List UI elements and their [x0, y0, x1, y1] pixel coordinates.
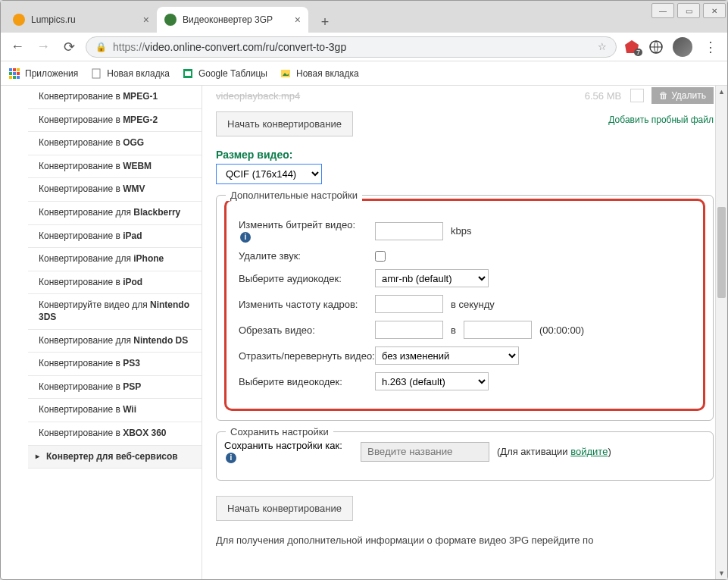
save-name-input[interactable]	[361, 442, 489, 462]
sidebar-item[interactable]: Конвертирование в Wii	[28, 399, 202, 422]
star-bookmark-icon[interactable]: ☆	[598, 41, 607, 52]
file-row: videoplayback.mp4 6.56 MB 🗑Удалить	[216, 86, 714, 107]
trim-label: Обрезать видео:	[239, 324, 375, 336]
trim-start-input[interactable]	[375, 321, 443, 339]
browser-tab-converter[interactable]: Видеоконвертер 3GP ×	[157, 7, 308, 33]
sidebar-item[interactable]: Конвертирование в WMV	[28, 178, 202, 202]
favicon-icon	[13, 14, 25, 26]
svg-rect-6	[13, 72, 16, 75]
bookmarks-bar: Приложения Новая вкладка Google Таблицы …	[1, 61, 727, 86]
advanced-settings-fieldset: Дополнительные настройки Изменить битрей…	[216, 195, 714, 421]
file-type-icon	[630, 89, 644, 102]
new-tab-button[interactable]: +	[314, 11, 336, 33]
sidebar-item[interactable]: Конвертирование в MPEG-2	[28, 109, 202, 133]
url-text: https://video.online-convert.com/ru/conv…	[113, 41, 592, 53]
sheets-icon	[182, 67, 194, 80]
trim-separator: в	[451, 324, 456, 336]
sidebar-item[interactable]: Конвертирование в XBOX 360	[28, 422, 202, 446]
adblock-icon[interactable]: 7	[624, 39, 639, 55]
bookmark-new-tab[interactable]: Новая вкладка	[90, 67, 170, 80]
bitrate-label: Изменить битрейт видео:i	[239, 219, 375, 243]
svg-rect-2	[9, 68, 12, 71]
apps-button[interactable]: Приложения	[8, 67, 78, 80]
svg-rect-10	[17, 76, 20, 79]
sidebar-item[interactable]: Конвертирование в WEBM	[28, 155, 202, 179]
bookmark-google-sheets[interactable]: Google Таблицы	[182, 67, 267, 80]
video-codec-select[interactable]: h.263 (default)	[375, 372, 489, 390]
sidebar-item[interactable]: Конвертирование в iPod	[28, 271, 202, 295]
browser-tab-lumpics[interactable]: Lumpics.ru ×	[5, 7, 157, 33]
footer-text: Для получения дополнительной информации …	[216, 535, 714, 546]
address-bar: ← → ⟳ 🔒 https://video.online-convert.com…	[1, 33, 727, 61]
window-close-button[interactable]: ✕	[703, 3, 726, 18]
tab-close-icon[interactable]: ×	[295, 14, 301, 26]
bitrate-unit: kbps	[451, 225, 471, 237]
scroll-down-arrow[interactable]: ▼	[716, 567, 727, 579]
sidebar-item[interactable]: Конвертирование в PSP	[28, 376, 202, 400]
sidebar-item[interactable]: Конвертируйте видео для Nintendo 3DS	[28, 294, 202, 329]
trim-hint: (00:00:00)	[539, 324, 584, 336]
tab-close-icon[interactable]: ×	[143, 14, 149, 26]
picture-icon	[280, 67, 292, 80]
audio-codec-select[interactable]: amr-nb (default)	[375, 269, 489, 287]
scrollbar[interactable]: ▲ ▼	[715, 86, 727, 579]
adblock-badge: 7	[634, 49, 642, 56]
nav-forward-button[interactable]: →	[34, 38, 52, 56]
remove-audio-label: Удалите звук:	[239, 250, 375, 262]
sidebar-item[interactable]: Конвертирование в MPEG-1	[28, 86, 202, 109]
sidebar: Конвертирование в MPEG-1Конвертирование …	[28, 86, 202, 579]
convert-button-top[interactable]: Начать конвертирование	[216, 111, 353, 136]
svg-rect-5	[9, 72, 12, 75]
tab-title: Lumpics.ru	[31, 14, 137, 25]
remove-audio-checkbox[interactable]	[375, 251, 386, 262]
favicon-icon	[164, 14, 177, 26]
save-settings-legend: Сохранить настройки	[226, 426, 333, 437]
sidebar-item[interactable]: Конвертирование для Nintendo DS	[28, 330, 202, 353]
svg-rect-4	[17, 68, 20, 71]
bookmark-new-tab-2[interactable]: Новая вкладка	[280, 67, 359, 80]
trash-icon: 🗑	[659, 90, 668, 101]
globe-icon[interactable]	[648, 39, 664, 55]
delete-button[interactable]: 🗑Удалить	[651, 87, 714, 104]
login-link[interactable]: войдите	[570, 446, 608, 457]
flip-select[interactable]: без изменений	[375, 346, 519, 365]
sidebar-item-web-services[interactable]: Конвертер для веб-сервисов	[28, 446, 202, 469]
flip-label: Отразить/перевернуть видео:	[239, 350, 375, 362]
save-as-label: Сохранить настройки как:i	[224, 440, 361, 463]
nav-back-button[interactable]: ←	[8, 38, 27, 56]
bitrate-input[interactable]	[375, 222, 443, 240]
scroll-thumb[interactable]	[717, 207, 726, 298]
video-size-select[interactable]: QCIF (176x144)	[216, 164, 322, 184]
file-name: videoplayback.mp4	[216, 90, 585, 102]
nav-reload-button[interactable]: ⟳	[60, 38, 78, 56]
page-icon	[90, 67, 102, 80]
video-size-label: Размер видео:	[216, 149, 714, 161]
svg-rect-9	[13, 76, 16, 79]
trial-file-link[interactable]: Добавить пробный файл	[608, 114, 714, 125]
svg-rect-3	[13, 68, 16, 71]
svg-rect-7	[17, 72, 20, 75]
sidebar-item[interactable]: Конвертирование в PS3	[28, 353, 202, 376]
framerate-unit: в секунду	[451, 299, 495, 310]
scroll-up-arrow[interactable]: ▲	[716, 86, 727, 98]
secure-lock-icon: 🔒	[95, 42, 107, 52]
framerate-input[interactable]	[375, 295, 443, 313]
convert-button-bottom[interactable]: Начать конвертирование	[216, 496, 353, 521]
audio-codec-label: Выберите аудиокодек:	[239, 273, 375, 284]
trim-end-input[interactable]	[464, 321, 532, 339]
sidebar-item[interactable]: Конвертирование для iPhone	[28, 248, 202, 271]
sidebar-item[interactable]: Конвертирование в iPad	[28, 225, 202, 249]
framerate-label: Изменить частоту кадров:	[239, 299, 375, 310]
menu-button[interactable]: ⋮	[701, 38, 720, 56]
info-icon[interactable]: i	[226, 453, 236, 463]
apps-grid-icon	[8, 67, 20, 80]
sidebar-item[interactable]: Конвертирование для Blackberry	[28, 202, 202, 225]
url-bar[interactable]: 🔒 https://video.online-convert.com/ru/co…	[86, 36, 617, 58]
info-icon[interactable]: i	[240, 232, 251, 243]
sidebar-item[interactable]: Конвертирование в OGG	[28, 132, 202, 155]
window-minimize-button[interactable]: —	[651, 3, 674, 18]
window-maximize-button[interactable]: ▭	[677, 3, 700, 18]
highlighted-settings-box: Изменить битрейт видео:i kbps Удалите зв…	[224, 199, 705, 411]
profile-avatar[interactable]	[673, 37, 692, 57]
tab-strip: Lumpics.ru × Видеоконвертер 3GP × +	[1, 1, 727, 33]
